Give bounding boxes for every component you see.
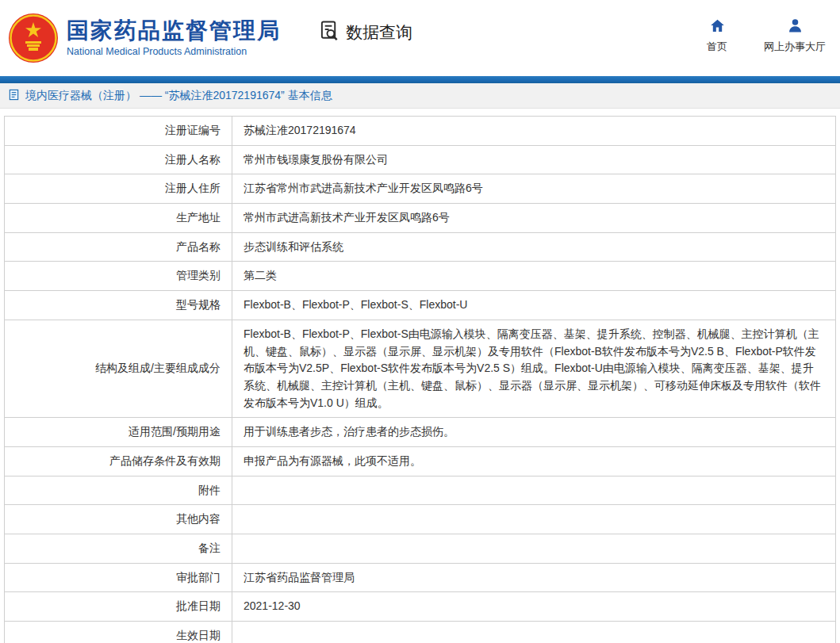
row-label: 产品名称 [5, 232, 232, 262]
header-accent-bar [0, 76, 840, 83]
table-row: 产品名称 步态训练和评估系统 [5, 232, 836, 262]
row-value: 苏械注准20172191674 [232, 117, 836, 146]
table-row: 注册人名称 常州市钱璟康复股份有限公司 [5, 145, 836, 174]
row-value: 江苏省常州市武进高新技术产业开发区凤鸣路6号 [232, 174, 836, 204]
data-query-title: 数据查询 [319, 20, 412, 45]
org-name-en: National Medical Products Administration [67, 46, 281, 57]
row-label: 适用范围/预期用途 [5, 418, 232, 447]
row-value: 江苏省药品监督管理局 [232, 563, 836, 592]
row-value: 用于训练患者步态，治疗患者的步态损伤。 [232, 418, 836, 447]
row-value: 第二类 [232, 262, 836, 291]
row-label: 结构及组成/主要组成成分 [5, 320, 232, 417]
data-query-label: 数据查询 [346, 21, 412, 44]
nav-home[interactable]: 首页 [707, 17, 727, 54]
nav-service-hall[interactable]: 网上办事大厅 [764, 17, 826, 54]
row-value: 申报产品为有源器械，此项不适用。 [232, 446, 836, 476]
row-value: 步态训练和评估系统 [232, 232, 836, 262]
table-row: 附件 [5, 476, 836, 505]
row-value: 2021-12-30 [232, 592, 836, 622]
row-label: 生效日期 [5, 622, 232, 643]
row-label: 附件 [5, 476, 232, 505]
table-row: 产品储存条件及有效期 申报产品为有源器械，此项不适用。 [5, 446, 836, 476]
table-wrap: 注册证编号 苏械注准20172191674 注册人名称 常州市钱璟康复股份有限公… [0, 109, 840, 643]
table-row: 管理类别 第二类 [5, 262, 836, 291]
row-value [232, 622, 836, 643]
row-value: Flexbot-B、Flexbot-P、Flexbot-S由电源输入模块、隔离变… [232, 320, 836, 417]
row-label: 注册证编号 [5, 117, 232, 146]
row-value: 常州市钱璟康复股份有限公司 [232, 145, 836, 174]
row-label: 其他内容 [5, 505, 232, 534]
registration-info-table: 注册证编号 苏械注准20172191674 注册人名称 常州市钱璟康复股份有限公… [4, 116, 836, 643]
row-value: 常州市武进高新技术产业开发区凤鸣路6号 [232, 204, 836, 233]
row-value: Flexbot-B、Flexbot-P、Flexbot-S、Flexbot-U [232, 291, 836, 320]
row-label: 型号规格 [5, 291, 232, 320]
table-row: 其他内容 [5, 505, 836, 534]
row-label: 注册人住所 [5, 174, 232, 204]
row-label: 备注 [5, 534, 232, 564]
nav-home-label: 首页 [707, 40, 727, 54]
table-row: 注册证编号 苏械注准20172191674 [5, 117, 836, 146]
top-nav: 首页 网上办事大厅 [707, 17, 826, 59]
table-row: 备注 [5, 534, 836, 564]
table-row: 结构及组成/主要组成成分 Flexbot-B、Flexbot-P、Flexbot… [5, 320, 836, 417]
row-value [232, 534, 836, 564]
row-label: 批准日期 [5, 592, 232, 622]
breadcrumb-text: 境内医疗器械（注册） —— “苏械注准20172191674” 基本信息 [25, 89, 332, 103]
row-label: 产品储存条件及有效期 [5, 446, 232, 476]
national-emblem-logo [8, 13, 59, 63]
table-row: 型号规格 Flexbot-B、Flexbot-P、Flexbot-S、Flexb… [5, 291, 836, 320]
table-row: 生产地址 常州市武进高新技术产业开发区凤鸣路6号 [5, 204, 836, 233]
data-query-icon [319, 20, 340, 45]
info-table-body: 注册证编号 苏械注准20172191674 注册人名称 常州市钱璟康复股份有限公… [5, 117, 836, 643]
breadcrumb: 境内医疗器械（注册） —— “苏械注准20172191674” 基本信息 [0, 83, 840, 109]
site-header: 国家药品监督管理局 National Medical Products Admi… [0, 0, 840, 76]
table-row: 审批部门 江苏省药品监督管理局 [5, 563, 836, 592]
row-label: 管理类别 [5, 262, 232, 291]
table-row: 批准日期 2021-12-30 [5, 592, 836, 622]
table-row: 适用范围/预期用途 用于训练患者步态，治疗患者的步态损伤。 [5, 418, 836, 447]
row-label: 生产地址 [5, 204, 232, 233]
home-icon [709, 17, 726, 36]
document-icon [8, 89, 20, 103]
user-icon [787, 17, 804, 36]
table-row: 生效日期 [5, 622, 836, 643]
org-name-zh: 国家药品监督管理局 [67, 19, 281, 44]
row-label: 审批部门 [5, 563, 232, 592]
row-value [232, 476, 836, 505]
nav-service-hall-label: 网上办事大厅 [764, 40, 826, 54]
table-row: 注册人住所 江苏省常州市武进高新技术产业开发区凤鸣路6号 [5, 174, 836, 204]
row-label: 注册人名称 [5, 145, 232, 174]
logo-group: 国家药品监督管理局 National Medical Products Admi… [8, 13, 281, 63]
org-names: 国家药品监督管理局 National Medical Products Admi… [67, 19, 281, 58]
row-value [232, 505, 836, 534]
